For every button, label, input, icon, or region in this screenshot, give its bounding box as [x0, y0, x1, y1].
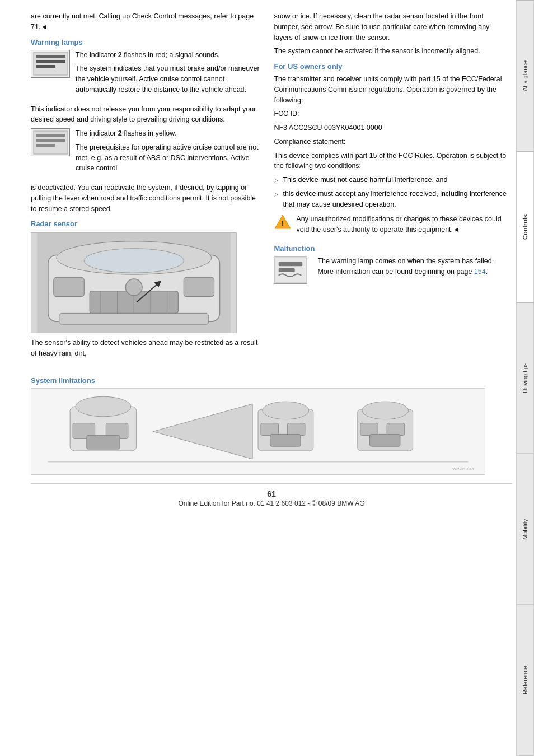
tab-driving-tips-label: Driving tips [522, 363, 528, 393]
radar-cont-1: snow or ice. If necessary, clean the rad… [274, 11, 508, 43]
malfunction-icon [274, 256, 307, 284]
bullet-item-2: ▷ this device must accept any interferen… [274, 189, 508, 210]
warning-text-2: The indicator 2 flashes in yellow. The p… [76, 128, 260, 177]
svg-rect-19 [59, 314, 209, 325]
page-footer: 61 Online Edition for Part no. 01 41 2 6… [31, 483, 512, 513]
bullet-arrow-1: ▷ [274, 176, 278, 184]
sidebar-tabs: At a glance Controls Driving tips Mobili… [516, 0, 534, 756]
tab-reference[interactable]: Reference [516, 605, 534, 756]
tab-controls-label: Controls [522, 214, 528, 239]
svg-rect-42 [360, 423, 378, 435]
malfunction-heading: Malfunction [274, 244, 508, 253]
radar-sensor-text: The sensor's ability to detect vehicles … [31, 338, 260, 359]
system-limitations-image: W2S061046 [31, 388, 485, 475]
compliance-text: This device complies with part 15 of the… [274, 151, 508, 172]
caution-triangle-icon: ! [274, 214, 292, 230]
warning-item-1: The indicator 2 flashes in red; a signal… [31, 50, 260, 99]
warning-lamps-heading: Warning lamps [31, 38, 260, 46]
tab-mobility[interactable]: Mobility [516, 454, 534, 605]
svg-point-34 [76, 396, 131, 417]
left-column: are currently not met. Calling up Check … [0, 11, 268, 362]
svg-rect-1 [36, 55, 65, 58]
svg-rect-11 [54, 277, 84, 297]
radar-cont-2: The system cannot be activated if the se… [274, 46, 508, 57]
for-us-para1: The transmitter and receiver units compl… [274, 74, 508, 105]
svg-text:W2S061046: W2S061046 [452, 466, 474, 470]
fcc-id-value: NF3 ACC2SCU 003YK04001 0000 [274, 123, 508, 133]
system-limitations-section: System limitations [0, 371, 516, 475]
radar-sensor-image [31, 232, 237, 333]
footer-copyright: Online Edition for Part no. 01 41 2 603 … [31, 500, 512, 507]
bullet-arrow-2: ▷ [274, 190, 278, 198]
right-column: snow or ice. If necessary, clean the rad… [268, 11, 516, 362]
warning-item-2: The indicator 2 flashes in yellow. The p… [31, 128, 260, 177]
system-limitations-heading: System limitations [31, 376, 485, 385]
svg-rect-37 [261, 423, 279, 435]
malfunction-text: The warning lamp comes on when the syste… [317, 256, 508, 277]
warning-icon-red [31, 50, 70, 78]
svg-point-40 [263, 402, 309, 419]
bullet-text-1: This device must not cause harmful inter… [283, 175, 447, 185]
svg-rect-2 [36, 60, 65, 63]
warning-para-1-cont: This indicator does not release you from… [31, 104, 260, 125]
caution-triangle-wrapper: ! [274, 214, 292, 231]
svg-rect-7 [36, 144, 55, 147]
svg-rect-12 [184, 277, 214, 297]
bullet-item-1: ▷ This device must not cause harmful int… [274, 175, 508, 185]
compliance-label: Compliance statement: [274, 137, 508, 147]
caution-box: ! Any unauthorized modifications or chan… [274, 214, 508, 239]
page-number: 61 [31, 489, 512, 498]
warning-para-2-cont: is deactivated. You can reactivate the s… [31, 183, 260, 214]
svg-rect-3 [36, 65, 55, 68]
tab-reference-label: Reference [522, 666, 528, 695]
svg-rect-44 [370, 434, 400, 446]
tab-mobility-label: Mobility [522, 519, 528, 539]
svg-rect-39 [270, 434, 301, 446]
for-us-heading: For US owners only [274, 62, 508, 71]
svg-rect-28 [279, 268, 295, 272]
svg-rect-6 [36, 139, 65, 142]
svg-point-45 [362, 402, 409, 419]
svg-rect-38 [287, 423, 305, 435]
caution-text: Any unauthorized modifications or change… [296, 214, 508, 235]
svg-point-22 [84, 249, 184, 273]
tab-driving-tips[interactable]: Driving tips [516, 302, 534, 454]
svg-point-23 [125, 279, 142, 296]
warning-icon-yellow [31, 128, 70, 156]
malfunction-item: The warning lamp comes on when the syste… [274, 256, 508, 284]
svg-rect-5 [36, 134, 65, 137]
fcc-id-label: FCC ID: [274, 109, 508, 119]
tab-at-a-glance[interactable]: At a glance [516, 0, 534, 151]
radar-sensor-heading: Radar sensor [31, 220, 260, 228]
intro-text: are currently not met. Calling up Check … [31, 11, 260, 32]
tab-at-a-glance-label: At a glance [522, 60, 528, 91]
tab-controls[interactable]: Controls [516, 151, 534, 302]
warning-text-1: The indicator 2 flashes in red; a signal… [76, 50, 260, 99]
bullet-text-2: this device must accept any interference… [283, 189, 508, 210]
svg-text:!: ! [282, 219, 284, 228]
malfunction-page-ref[interactable]: 154 [474, 268, 486, 276]
fcc-bullet-list: ▷ This device must not cause harmful int… [274, 175, 508, 209]
svg-rect-33 [87, 435, 120, 449]
svg-rect-43 [387, 423, 405, 435]
svg-rect-27 [279, 262, 303, 266]
